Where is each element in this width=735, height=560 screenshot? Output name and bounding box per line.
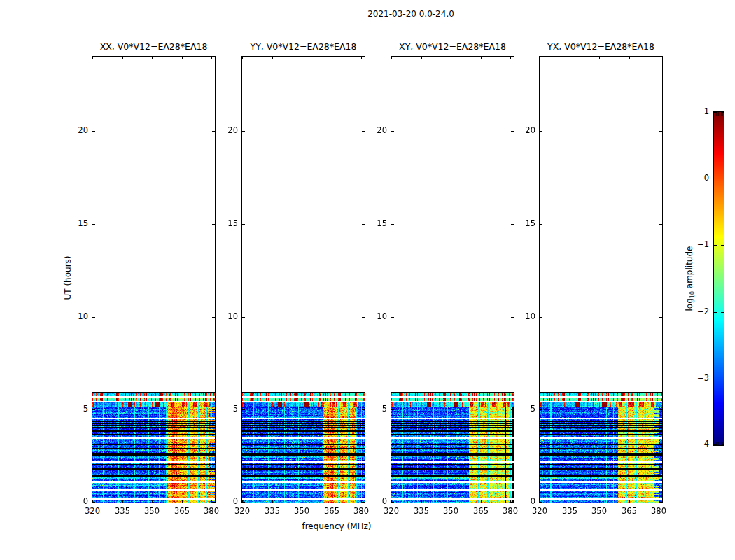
colorbar <box>713 111 724 446</box>
panel-xy: XY, V0*V12=EA28*EA1832033535036538005101… <box>391 56 514 503</box>
x-tick <box>302 500 302 503</box>
colorbar-tick-label: −3 <box>681 373 709 383</box>
panel-xx: XX, V0*V12=EA28*EA1832033535036538005101… <box>92 56 216 503</box>
y-tick-label: 15 <box>512 218 536 228</box>
y-tick <box>391 502 394 503</box>
x-tick-label: 320 <box>78 506 106 516</box>
x-tick <box>659 57 659 59</box>
x-tick <box>570 500 570 503</box>
x-tick <box>451 57 451 59</box>
y-tick <box>659 224 662 225</box>
colorbar-tick <box>714 444 717 445</box>
x-tick-label: 335 <box>258 506 286 516</box>
y-tick <box>242 502 245 503</box>
y-tick <box>511 224 514 225</box>
y-tick <box>212 317 215 318</box>
x-tick <box>481 500 482 503</box>
y-tick <box>511 131 514 132</box>
x-tick-label: 350 <box>138 506 166 516</box>
y-tick <box>362 224 365 225</box>
spectrogram-yy <box>242 392 365 503</box>
y-tick-label: 10 <box>214 312 238 321</box>
y-tick-label: 5 <box>64 404 88 414</box>
colorbar-label: log10 amplitude <box>685 246 696 312</box>
y-tick <box>362 502 365 503</box>
figure-title: 2021-03-20 0.0-24.0 <box>306 9 516 19</box>
y-tick <box>540 224 542 225</box>
colorbar-tick <box>714 178 717 179</box>
x-axis-label: frequency (MHz) <box>267 522 407 531</box>
y-tick-label: 20 <box>512 125 536 135</box>
colorbar-label-suffix: amplitude <box>685 246 694 291</box>
y-tick <box>362 131 365 132</box>
x-tick <box>122 57 123 59</box>
y-tick-label: 5 <box>363 404 387 414</box>
x-tick-label: 335 <box>108 506 136 516</box>
x-tick <box>92 57 93 59</box>
panel-title-yy: YY, V0*V12=EA28*EA18 <box>251 41 357 52</box>
x-tick-label: 335 <box>556 506 584 516</box>
y-tick <box>362 410 365 410</box>
colorbar-tick <box>721 112 724 113</box>
y-tick-label: 5 <box>512 404 536 414</box>
colorbar-tick <box>714 312 717 313</box>
x-tick <box>211 57 212 59</box>
x-tick <box>629 57 630 59</box>
x-tick <box>272 500 273 503</box>
x-tick <box>599 57 600 59</box>
x-tick-label: 335 <box>407 506 435 516</box>
x-tick-label: 320 <box>228 506 256 516</box>
colorbar-tick <box>714 245 717 246</box>
colorbar-tick-label: 1 <box>681 106 709 116</box>
x-tick-label: 380 <box>197 506 225 516</box>
y-tick <box>212 131 215 132</box>
y-tick <box>92 410 95 410</box>
x-tick <box>570 57 570 59</box>
y-tick-label: 20 <box>214 125 238 135</box>
colorbar-tick <box>714 379 717 379</box>
spectrogram-xy <box>391 392 514 503</box>
colorbar-tick <box>721 178 724 179</box>
y-tick <box>242 224 245 225</box>
y-tick <box>540 410 542 410</box>
y-tick-label: 15 <box>363 218 387 228</box>
x-tick <box>242 57 243 59</box>
x-tick <box>152 57 153 59</box>
y-tick-label: 0 <box>64 496 88 506</box>
x-tick <box>540 57 540 59</box>
y-tick <box>511 317 514 318</box>
y-tick <box>659 317 662 318</box>
y-tick <box>92 131 95 132</box>
colorbar-tick <box>721 245 724 246</box>
y-tick <box>242 317 245 318</box>
colorbar-canvas <box>714 112 724 445</box>
y-tick <box>212 410 215 410</box>
x-tick <box>332 500 332 503</box>
spectrogram-yx <box>540 392 662 503</box>
spectrogram-xx <box>92 392 215 503</box>
y-tick-label: 0 <box>363 496 387 506</box>
y-tick <box>362 317 365 318</box>
y-tick-label: 15 <box>64 218 88 228</box>
y-tick <box>391 410 394 410</box>
colorbar-tick <box>721 444 724 445</box>
x-tick-label: 350 <box>288 506 316 516</box>
y-tick <box>242 131 245 132</box>
y-tick-label: 5 <box>214 404 238 414</box>
x-tick <box>332 57 332 59</box>
panel-title-xy: XY, V0*V12=EA28*EA18 <box>399 41 506 52</box>
y-tick <box>391 131 394 132</box>
x-tick-label: 350 <box>437 506 465 516</box>
y-tick <box>511 410 514 410</box>
y-tick-label: 10 <box>363 312 387 321</box>
y-tick-label: 20 <box>64 125 88 135</box>
y-axis-label: UT (hours) <box>63 255 73 300</box>
x-tick <box>421 57 422 59</box>
y-tick <box>659 410 662 410</box>
x-tick <box>391 57 392 59</box>
x-tick-label: 380 <box>645 506 673 516</box>
figure: 2021-03-20 0.0-24.0 UT (hours) frequency… <box>0 0 735 560</box>
x-tick-label: 320 <box>526 506 554 516</box>
y-tick <box>659 131 662 132</box>
panel-title-xx: XX, V0*V12=EA28*EA18 <box>100 41 208 52</box>
